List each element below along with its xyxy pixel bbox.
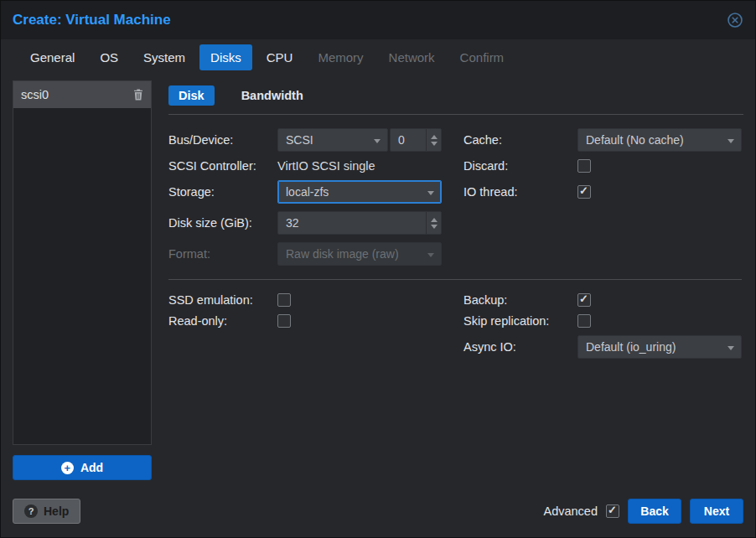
spacer bbox=[277, 347, 442, 348]
next-button[interactable]: Next bbox=[690, 499, 743, 524]
spacer bbox=[442, 347, 463, 348]
spacer bbox=[463, 223, 577, 224]
disk-size-value: 32 bbox=[278, 216, 319, 230]
async-io-label: Async IO: bbox=[463, 340, 577, 354]
spacer bbox=[442, 140, 463, 141]
disk-list: scsi0 bbox=[13, 80, 152, 445]
discard-label: Discard: bbox=[463, 159, 577, 173]
device-number-value: 0 bbox=[391, 133, 425, 147]
trash-icon[interactable] bbox=[133, 89, 143, 101]
close-icon[interactable] bbox=[727, 12, 743, 28]
help-button[interactable]: ? Help bbox=[13, 499, 80, 524]
plus-icon: + bbox=[61, 462, 74, 474]
disk-list-item-scsi0[interactable]: scsi0 bbox=[13, 81, 151, 108]
ssd-emulation-label: SSD emulation: bbox=[168, 293, 277, 307]
footer-actions: Advanced Back Next bbox=[544, 499, 744, 524]
tab-cpu[interactable]: CPU bbox=[256, 44, 304, 70]
spinner-arrows[interactable] bbox=[426, 212, 441, 234]
spacer bbox=[442, 192, 463, 193]
help-icon: ? bbox=[24, 504, 38, 518]
add-disk-button[interactable]: + Add bbox=[13, 455, 152, 480]
spacer bbox=[442, 166, 463, 167]
read-only-checkbox[interactable] bbox=[277, 314, 291, 328]
storage-select[interactable]: local-zfs bbox=[277, 180, 442, 204]
ssd-emulation-checkbox[interactable] bbox=[277, 293, 291, 307]
bus-device-label: Bus/Device: bbox=[168, 133, 277, 147]
add-button-label: Add bbox=[80, 461, 103, 474]
tab-os[interactable]: OS bbox=[89, 44, 129, 70]
storage-select-value: local-zfs bbox=[278, 185, 349, 199]
dialog-titlebar: Create: Virtual Machine bbox=[1, 1, 755, 39]
advanced-label: Advanced bbox=[544, 504, 598, 518]
disk-settings-panel: Disk Bandwidth Bus/Device: SCSI 0 Cache:… bbox=[168, 80, 743, 480]
cache-select[interactable]: Default (No cache) bbox=[577, 128, 742, 152]
io-thread-checkbox[interactable] bbox=[577, 185, 591, 199]
bus-select[interactable]: SCSI bbox=[277, 128, 388, 152]
cache-label: Cache: bbox=[463, 133, 577, 147]
device-number-field[interactable]: 0 bbox=[390, 128, 442, 152]
spacer bbox=[442, 223, 463, 224]
spacer bbox=[463, 254, 577, 255]
tab-system[interactable]: System bbox=[132, 44, 196, 70]
spacer bbox=[442, 321, 463, 322]
chevron-down-icon bbox=[728, 346, 734, 350]
disk-list-panel: scsi0 + Add bbox=[13, 80, 152, 480]
spinner-arrows[interactable] bbox=[426, 129, 441, 151]
backup-checkbox[interactable] bbox=[577, 293, 591, 307]
dialog-title: Create: Virtual Machine bbox=[13, 12, 171, 28]
advanced-checkbox[interactable] bbox=[606, 504, 619, 518]
scsi-controller-label: SCSI Controller: bbox=[168, 159, 277, 173]
tab-general[interactable]: General bbox=[19, 44, 85, 70]
disk-size-field[interactable]: 32 bbox=[277, 211, 442, 235]
back-button[interactable]: Back bbox=[628, 499, 681, 524]
tab-network: Network bbox=[378, 44, 446, 70]
subtab-disk[interactable]: Disk bbox=[168, 85, 215, 106]
spacer bbox=[168, 347, 277, 348]
spacer bbox=[577, 254, 742, 255]
chevron-down-icon bbox=[427, 253, 434, 257]
dialog-footer: ? Help Advanced Back Next bbox=[1, 495, 755, 537]
form-divider bbox=[168, 279, 742, 280]
spacer bbox=[577, 223, 742, 224]
format-select-value: Raw disk image (raw) bbox=[278, 247, 419, 261]
tab-memory: Memory bbox=[307, 44, 374, 70]
cache-select-value: Default (No cache) bbox=[578, 133, 704, 147]
bus-select-value: SCSI bbox=[278, 133, 334, 147]
help-button-label: Help bbox=[44, 504, 69, 518]
tab-confirm: Confirm bbox=[449, 44, 515, 70]
chevron-down-icon bbox=[728, 139, 734, 143]
read-only-label: Read-only: bbox=[168, 314, 277, 328]
disk-item-label: scsi0 bbox=[21, 88, 49, 101]
storage-label: Storage: bbox=[168, 185, 277, 199]
subtab-bar: Disk Bandwidth bbox=[168, 85, 743, 115]
dialog-content: scsi0 + Add Disk Bandwidth Bus/Device: bbox=[1, 79, 755, 495]
disk-form: Bus/Device: SCSI 0 Cache: Default (No ca… bbox=[168, 128, 743, 359]
skip-replication-label: Skip replication: bbox=[463, 314, 577, 328]
spacer bbox=[442, 300, 463, 301]
chevron-down-icon bbox=[374, 139, 381, 143]
async-io-select-value: Default (io_uring) bbox=[578, 340, 696, 354]
tab-bar: General OS System Disks CPU Memory Netwo… bbox=[1, 39, 755, 79]
async-io-select[interactable]: Default (io_uring) bbox=[577, 335, 742, 359]
discard-checkbox[interactable] bbox=[577, 159, 591, 173]
backup-label: Backup: bbox=[463, 293, 577, 307]
format-select: Raw disk image (raw) bbox=[277, 242, 442, 266]
subtab-bandwidth[interactable]: Bandwidth bbox=[231, 85, 313, 106]
chevron-down-icon bbox=[427, 191, 434, 195]
tab-disks[interactable]: Disks bbox=[199, 44, 252, 70]
skip-replication-checkbox[interactable] bbox=[577, 314, 591, 328]
spacer bbox=[442, 254, 463, 255]
bus-device-control: SCSI 0 bbox=[277, 128, 442, 152]
disk-size-label: Disk size (GiB): bbox=[168, 216, 277, 230]
scsi-controller-value: VirtIO SCSI single bbox=[277, 159, 442, 173]
io-thread-label: IO thread: bbox=[463, 185, 577, 199]
format-label: Format: bbox=[168, 247, 277, 261]
